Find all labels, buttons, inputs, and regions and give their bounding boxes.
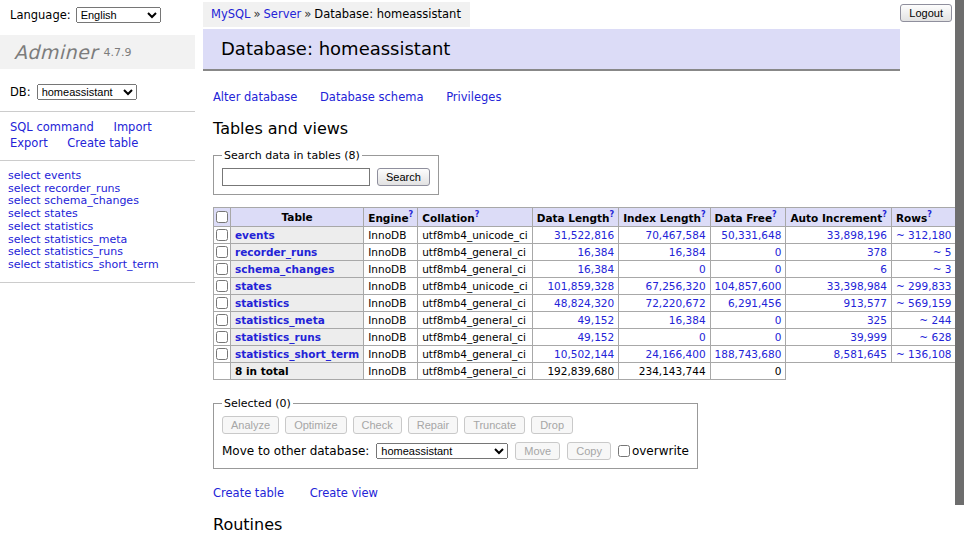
breadcrumb-mysql-link[interactable]: MySQL: [211, 7, 251, 21]
language-select[interactable]: English: [76, 7, 161, 23]
scrollbar-thumb[interactable]: [955, 0, 964, 505]
index-length-link[interactable]: 0: [699, 331, 706, 343]
table-name-link[interactable]: statistics_short_term: [235, 348, 359, 360]
rows-count-link[interactable]: ~ 5: [933, 246, 952, 258]
auto-increment-link[interactable]: 8,581,645: [834, 348, 887, 360]
search-input[interactable]: [222, 168, 370, 186]
drop-button[interactable]: Drop: [531, 416, 573, 434]
index-length-link[interactable]: 16,384: [669, 314, 706, 326]
index-length-link[interactable]: 72,220,672: [645, 297, 705, 309]
index-length-link[interactable]: 67,256,320: [645, 280, 705, 292]
column-help-link[interactable]: ?: [475, 210, 480, 219]
table-name-link[interactable]: states: [235, 280, 272, 292]
optimize-button[interactable]: Optimize: [285, 416, 346, 434]
analyze-button[interactable]: Analyze: [222, 416, 279, 434]
auto-increment-link[interactable]: 33,398,984: [827, 280, 887, 292]
index-length-link[interactable]: 24,166,400: [645, 348, 705, 360]
auto-increment-link[interactable]: 33,898,196: [827, 229, 887, 241]
index-length-link[interactable]: 0: [699, 263, 706, 275]
data-length-link[interactable]: 16,384: [577, 263, 614, 275]
data-length-link[interactable]: 31,522,816: [554, 229, 614, 241]
row-checkbox[interactable]: [216, 297, 228, 309]
column-help-link[interactable]: ?: [409, 210, 414, 219]
data-free-link[interactable]: 0: [775, 331, 782, 343]
sidebar-link-sql-command[interactable]: SQL command: [10, 120, 94, 134]
column-help-link[interactable]: ?: [882, 210, 887, 219]
row-checkbox[interactable]: [216, 280, 228, 292]
auto-increment-link[interactable]: 913,577: [844, 297, 887, 309]
database-schema-link[interactable]: Database schema: [320, 90, 423, 104]
data-free-link[interactable]: 50,331,648: [721, 229, 781, 241]
sidebar-link-import[interactable]: Import: [113, 120, 151, 134]
overwrite-checkbox[interactable]: [618, 445, 630, 457]
copy-button[interactable]: Copy: [567, 442, 611, 460]
privileges-link[interactable]: Privileges: [446, 90, 501, 104]
create-view-link[interactable]: Create view: [310, 486, 378, 500]
breadcrumb-server-link[interactable]: Server: [264, 7, 302, 21]
sidebar-link-create-table[interactable]: Create table: [67, 136, 138, 150]
row-checkbox[interactable]: [216, 263, 228, 275]
data-length-link[interactable]: 16,384: [577, 246, 614, 258]
index-length-link[interactable]: 70,467,584: [645, 229, 705, 241]
create-table-link[interactable]: Create table: [213, 486, 284, 500]
table-row: recorder_runs InnoDB utf8mb4_general_ci …: [214, 243, 966, 260]
data-length-link[interactable]: 48,824,320: [554, 297, 614, 309]
table-name-link[interactable]: statistics_meta: [235, 314, 325, 326]
rows-count-link[interactable]: ~ 628: [919, 331, 951, 343]
move-button[interactable]: Move: [515, 442, 560, 460]
rows-count-link[interactable]: ~ 312,180: [896, 229, 952, 241]
column-help-link[interactable]: ?: [701, 210, 706, 219]
data-free-link[interactable]: 0: [775, 314, 782, 326]
table-name-link[interactable]: schema_changes: [235, 263, 335, 275]
data-free-link[interactable]: 6,291,456: [728, 297, 781, 309]
logout-button[interactable]: Logout: [900, 4, 952, 22]
alter-database-link[interactable]: Alter database: [213, 90, 297, 104]
auto-increment-link[interactable]: 378: [867, 246, 887, 258]
repair-button[interactable]: Repair: [408, 416, 458, 434]
page-title: Database: homeassistant: [203, 29, 900, 71]
check-button[interactable]: Check: [353, 416, 402, 434]
total-label: 8 in total: [231, 362, 364, 379]
sidebar-table-link[interactable]: select states: [8, 208, 195, 221]
rows-count-link[interactable]: ~ 244: [919, 314, 951, 326]
data-free-link[interactable]: 104,857,600: [715, 280, 782, 292]
index-length-link[interactable]: 16,384: [669, 246, 706, 258]
row-checkbox[interactable]: [216, 229, 228, 241]
auto-increment-link[interactable]: 39,999: [850, 331, 887, 343]
sidebar-table-link[interactable]: select statistics_short_term: [8, 259, 195, 272]
table-name-link[interactable]: statistics_runs: [235, 331, 321, 343]
auto-increment-link[interactable]: 325: [867, 314, 887, 326]
column-help-link[interactable]: ?: [610, 210, 615, 219]
data-free-link[interactable]: 0: [775, 246, 782, 258]
row-checkbox[interactable]: [216, 246, 228, 258]
row-checkbox[interactable]: [216, 348, 228, 360]
sidebar-table-link[interactable]: select events: [8, 170, 195, 183]
db-select[interactable]: homeassistant: [37, 84, 137, 100]
search-button[interactable]: Search: [377, 168, 430, 186]
column-help-link[interactable]: ?: [772, 210, 777, 219]
data-length-link[interactable]: 49,152: [577, 331, 614, 343]
scrollbar[interactable]: [955, 0, 966, 543]
rows-count-link[interactable]: ~ 569,159: [896, 297, 952, 309]
sidebar-link-export[interactable]: Export: [10, 136, 48, 150]
rows-count-link[interactable]: ~ 299,833: [896, 280, 952, 292]
row-checkbox[interactable]: [216, 331, 228, 343]
rows-count-link[interactable]: ~ 136,108: [896, 348, 952, 360]
row-checkbox[interactable]: [216, 314, 228, 326]
data-free-link[interactable]: 188,743,680: [715, 348, 782, 360]
auto-increment-link[interactable]: 6: [880, 263, 887, 275]
data-length-link[interactable]: 10,502,144: [554, 348, 614, 360]
total-data-free: 0: [710, 362, 786, 379]
table-name-link[interactable]: events: [235, 229, 275, 241]
table-name-link[interactable]: recorder_runs: [235, 246, 317, 258]
truncate-button[interactable]: Truncate: [464, 416, 525, 434]
data-length-link[interactable]: 101,859,328: [547, 280, 614, 292]
column-help-link[interactable]: ?: [927, 210, 932, 219]
move-db-select[interactable]: homeassistant: [376, 443, 508, 459]
select-all-checkbox[interactable]: [216, 211, 228, 223]
sidebar-table-link[interactable]: select statistics: [8, 221, 195, 234]
data-free-link[interactable]: 0: [775, 263, 782, 275]
data-length-link[interactable]: 49,152: [577, 314, 614, 326]
table-name-link[interactable]: statistics: [235, 297, 289, 309]
rows-count-link[interactable]: ~ 3: [933, 263, 952, 275]
